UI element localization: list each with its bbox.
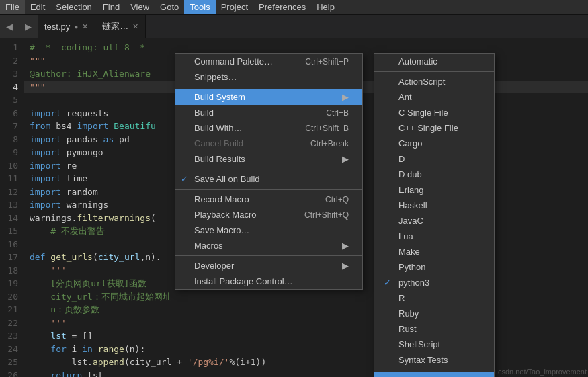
- code-line-22: ''': [24, 317, 588, 330]
- tab-label-lianjia: 链家…: [102, 20, 128, 32]
- bs-shellscript-label: ShellScript: [398, 339, 440, 349]
- bs-ant[interactable]: Ant: [374, 89, 494, 105]
- code-line-20: city_url：不同城市起始网址: [24, 290, 588, 304]
- bs-separator-1: [374, 71, 494, 72]
- menu-playback-macro[interactable]: Playback Macro Ctrl+Shift+Q: [175, 207, 362, 222]
- bs-erlang[interactable]: Erlang: [374, 182, 494, 198]
- menu-build-label: Build: [194, 108, 214, 118]
- menu-command-palette[interactable]: Command Palette… Ctrl+Shift+P: [175, 54, 362, 69]
- bs-cpp-single-file[interactable]: C++ Single File: [374, 120, 494, 136]
- bs-actionscript-label: ActionScript: [398, 77, 445, 87]
- bs-actionscript[interactable]: ActionScript: [374, 74, 494, 89]
- menu-developer[interactable]: Developer ▶: [175, 258, 362, 274]
- bs-cargo[interactable]: Cargo: [374, 136, 494, 151]
- menu-goto[interactable]: Goto: [155, 0, 184, 14]
- macros-arrow-icon: ▶: [342, 241, 349, 251]
- menu-macros-label: Macros: [194, 241, 223, 251]
- bs-d-label: D: [398, 154, 405, 164]
- menu-record-macro[interactable]: Record Macro Ctrl+Q: [175, 192, 362, 207]
- bs-separator-2: [374, 370, 494, 370]
- menu-build-system[interactable]: Build System ▶: [175, 89, 362, 105]
- bs-lua-label: Lua: [398, 231, 413, 241]
- menu-save-macro-label: Save Macro…: [194, 225, 249, 235]
- tab-nav-left[interactable]: ◀: [0, 15, 19, 38]
- menu-record-macro-label: Record Macro: [194, 194, 249, 204]
- bs-rust[interactable]: Rust: [374, 321, 494, 337]
- menu-build[interactable]: Build Ctrl+B: [175, 105, 362, 120]
- bs-haskell[interactable]: Haskell: [374, 198, 494, 213]
- bs-new-build-system[interactable]: New Build System…: [374, 372, 494, 377]
- menu-cancel-build: Cancel Build Ctrl+Break: [175, 136, 362, 151]
- bs-ant-label: Ant: [398, 92, 412, 102]
- bs-c-single-file[interactable]: C Single File: [374, 105, 494, 120]
- menu-command-palette-shortcut: Ctrl+Shift+P: [305, 57, 349, 67]
- developer-arrow-icon: ▶: [342, 261, 349, 271]
- bs-automatic[interactable]: Automatic: [374, 54, 494, 69]
- menu-install-package-control-label: Install Package Control…: [194, 276, 293, 286]
- menu-save-all-on-build[interactable]: ✓ Save All on Build: [175, 171, 362, 187]
- menu-tools[interactable]: Tools: [184, 0, 215, 14]
- code-line-1: # -*- coding: utf-8 -*-: [24, 41, 588, 54]
- menu-edit[interactable]: Edit: [25, 0, 50, 14]
- menu-command-palette-label: Command Palette…: [194, 56, 273, 67]
- bs-syntax-tests-label: Syntax Tests: [398, 355, 448, 365]
- bs-cpp-single-file-label: C++ Single File: [398, 123, 458, 133]
- menu-developer-label: Developer: [194, 261, 234, 271]
- menu-snippets-label: Snippets…: [194, 72, 237, 82]
- menu-macros[interactable]: Macros ▶: [175, 238, 362, 253]
- bs-python3[interactable]: ✓ python3: [374, 275, 494, 290]
- bs-python[interactable]: Python: [374, 259, 494, 275]
- bs-lua[interactable]: Lua: [374, 228, 494, 244]
- menu-file[interactable]: File: [0, 0, 25, 14]
- code-line-24: for i in range(n):: [24, 343, 588, 356]
- bs-haskell-label: Haskell: [398, 200, 427, 210]
- bs-python-label: Python: [398, 262, 425, 272]
- menu-record-macro-shortcut: Ctrl+Q: [325, 195, 349, 204]
- menu-preferences[interactable]: Preferences: [253, 0, 311, 14]
- menu-selection[interactable]: Selection: [50, 0, 97, 14]
- menu-build-with[interactable]: Build With… Ctrl+Shift+B: [175, 120, 362, 136]
- code-line-21: n：页数参数: [24, 303, 588, 317]
- menu-help[interactable]: Help: [311, 0, 340, 14]
- menu-find[interactable]: Find: [97, 0, 125, 14]
- menu-cancel-build-shortcut: Ctrl+Break: [310, 139, 349, 149]
- bs-shellscript[interactable]: ShellScript: [374, 337, 494, 352]
- menu-build-system-label: Build System: [194, 92, 245, 102]
- bs-erlang-label: Erlang: [398, 185, 424, 195]
- bs-make[interactable]: Make: [374, 244, 494, 259]
- menu-view[interactable]: View: [125, 0, 155, 14]
- menu-snippets[interactable]: Snippets…: [175, 69, 362, 85]
- bs-ruby-label: Ruby: [398, 308, 419, 319]
- bs-d-dub-label: D dub: [398, 169, 422, 179]
- bs-syntax-tests[interactable]: Syntax Tests: [374, 352, 494, 368]
- save-all-check-icon: ✓: [181, 174, 188, 184]
- menu-save-macro[interactable]: Save Macro…: [175, 222, 362, 238]
- menu-build-shortcut: Ctrl+B: [326, 108, 349, 118]
- menu-project[interactable]: Project: [216, 0, 253, 14]
- bs-javac[interactable]: JavaC: [374, 213, 494, 228]
- separator-1: [175, 87, 362, 87]
- tab-nav-right[interactable]: ▶: [19, 15, 38, 38]
- tab-modified-dot: ●: [74, 23, 78, 30]
- code-line-23: lst = []: [24, 329, 588, 343]
- separator-3: [175, 189, 362, 190]
- tab-close-lianjia[interactable]: ✕: [132, 22, 138, 31]
- bs-r[interactable]: R: [374, 290, 494, 306]
- separator-4: [175, 255, 362, 256]
- bs-d-dub[interactable]: D dub: [374, 167, 494, 182]
- bs-c-single-file-label: C Single File: [398, 108, 448, 118]
- bs-ruby[interactable]: Ruby: [374, 306, 494, 321]
- menu-save-all-on-build-label: Save All on Build: [194, 174, 260, 184]
- tab-lianjia[interactable]: 链家… ✕: [95, 15, 146, 38]
- menu-install-package-control[interactable]: Install Package Control…: [175, 274, 362, 289]
- buildsystem-dropdown: Automatic ActionScript Ant C Single File…: [374, 53, 495, 377]
- bs-r-label: R: [398, 293, 405, 303]
- menu-build-results-label: Build Results: [194, 154, 245, 164]
- bs-make-label: Make: [398, 247, 420, 257]
- tab-close-test-py[interactable]: ✕: [82, 22, 88, 31]
- bs-d[interactable]: D: [374, 151, 494, 167]
- menu-playback-macro-shortcut: Ctrl+Shift+Q: [304, 210, 349, 220]
- tab-test-py[interactable]: test.py ● ✕: [38, 15, 95, 38]
- menu-build-results[interactable]: Build Results ▶: [175, 151, 362, 167]
- bs-python3-check-icon: ✓: [384, 278, 391, 288]
